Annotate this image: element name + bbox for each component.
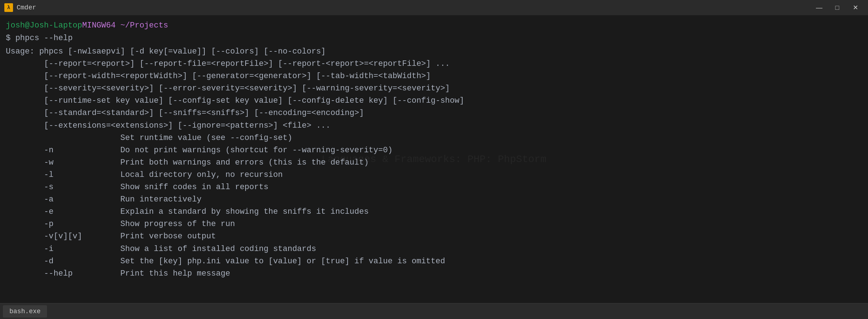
prompt-dollar: $	[6, 34, 15, 43]
output-block: Usage: phpcs [-nwlsaepvi] [-d key[=value…	[6, 46, 862, 280]
output-line: -d Set the [key] php.ini value to [value…	[6, 255, 862, 268]
output-line: -l Local directory only, no recursion	[6, 169, 862, 181]
command-text: phpcs --help	[15, 34, 72, 43]
output-line: [--severity=<severity>] [--error-severit…	[6, 82, 862, 95]
taskbar: bash.exe	[0, 303, 868, 319]
output-line: -p Show progress of the run	[6, 218, 862, 230]
prompt-line: josh@Josh-Laptop MINGW64 ~/Projects	[6, 20, 862, 31]
close-button[interactable]: ✕	[847, 0, 864, 15]
output-line: -w Print both warnings and errors (this …	[6, 157, 862, 169]
taskbar-bash[interactable]: bash.exe	[3, 305, 47, 318]
maximize-button[interactable]: □	[829, 0, 846, 15]
output-line: --help Print this help message	[6, 268, 862, 280]
output-line: [--runtime-set key value] [--config-set …	[6, 95, 862, 107]
command-line: $ phpcs --help	[6, 32, 862, 44]
terminal-body[interactable]: Languages & Frameworks: PHP: PhpStorm jo…	[0, 15, 868, 303]
prompt-shell-path: MINGW64 ~/Projects	[82, 20, 168, 31]
output-line: -v[v][v] Print verbose output	[6, 230, 862, 243]
output-line: Set runtime value (see --config-set)	[6, 132, 862, 144]
output-line: [--report=<report>] [--report-file=<repo…	[6, 58, 862, 70]
output-line: -n Do not print warnings (shortcut for -…	[6, 144, 862, 157]
output-line: -a Run interactively	[6, 193, 862, 206]
title-bar: λ Cmder — □ ✕	[0, 0, 868, 15]
prompt-shell: MINGW64	[82, 21, 115, 30]
output-line: -i Show a list of installed coding stand…	[6, 243, 862, 255]
cmder-window: λ Cmder — □ ✕ Languages & Frameworks: PH…	[0, 0, 868, 319]
output-line: [--report-width=<reportWidth>] [--genera…	[6, 70, 862, 82]
prompt-dir: ~/Projects	[120, 21, 168, 30]
output-line: -e Explain a standard by showing the sni…	[6, 206, 862, 218]
prompt-user: josh@Josh-Laptop	[6, 20, 82, 31]
window-controls: — □ ✕	[811, 0, 864, 15]
app-icon: λ	[4, 3, 13, 12]
window-title: Cmder	[17, 4, 811, 11]
output-line: -s Show sniff codes in all reports	[6, 181, 862, 193]
output-line: Usage: phpcs [-nwlsaepvi] [-d key[=value…	[6, 46, 862, 58]
output-line: [--extensions=<extensions>] [--ignore=<p…	[6, 120, 862, 132]
app-icon-label: λ	[7, 5, 10, 10]
output-line: [--standard=<standard>] [--sniffs=<sniff…	[6, 107, 862, 119]
minimize-button[interactable]: —	[811, 0, 827, 15]
